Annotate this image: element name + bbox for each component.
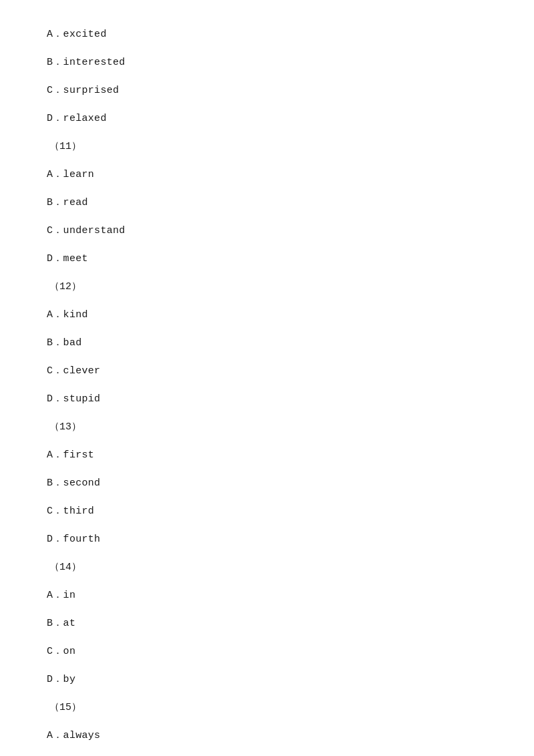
question-number-13: （13） bbox=[47, 419, 487, 435]
option-11-B: B．read bbox=[47, 195, 487, 211]
option-14-B: B．at bbox=[47, 616, 487, 632]
question-group-0: A．excited B．interested C．surprised D．rel… bbox=[47, 27, 487, 127]
option-13-D: D．fourth bbox=[47, 532, 487, 548]
option-11-D: D．meet bbox=[47, 251, 487, 267]
option-11-C: C．understand bbox=[47, 223, 487, 239]
question-group-12: （12） A．kind B．bad C．clever D．stupid bbox=[47, 279, 487, 407]
question-number-11: （11） bbox=[47, 139, 487, 155]
option-0-B: B．interested bbox=[47, 55, 487, 71]
option-0-A: A．excited bbox=[47, 27, 487, 43]
page-content: A．excited B．interested C．surprised D．rel… bbox=[0, 0, 534, 756]
option-13-A: A．first bbox=[47, 447, 487, 463]
option-14-A: A．in bbox=[47, 588, 487, 604]
option-15-A: A．always bbox=[47, 728, 487, 744]
option-12-A: A．kind bbox=[47, 307, 487, 323]
option-13-C: C．third bbox=[47, 504, 487, 520]
option-11-A: A．learn bbox=[47, 167, 487, 183]
question-group-15: （15） A．always B．seldom C．sometimes D．nev… bbox=[47, 700, 487, 756]
question-group-13: （13） A．first B．second C．third D．fourth bbox=[47, 419, 487, 548]
question-number-14: （14） bbox=[47, 560, 487, 576]
question-group-14: （14） A．in B．at C．on D．by bbox=[47, 560, 487, 688]
option-12-B: B．bad bbox=[47, 335, 487, 351]
option-12-D: D．stupid bbox=[47, 391, 487, 407]
option-13-B: B．second bbox=[47, 476, 487, 492]
question-number-12: （12） bbox=[47, 279, 487, 295]
question-group-11: （11） A．learn B．read C．understand D．meet bbox=[47, 139, 487, 267]
option-14-D: D．by bbox=[47, 672, 487, 688]
option-14-C: C．on bbox=[47, 644, 487, 660]
option-0-D: D．relaxed bbox=[47, 111, 487, 127]
option-12-C: C．clever bbox=[47, 363, 487, 379]
option-0-C: C．surprised bbox=[47, 83, 487, 99]
question-number-15: （15） bbox=[47, 700, 487, 716]
